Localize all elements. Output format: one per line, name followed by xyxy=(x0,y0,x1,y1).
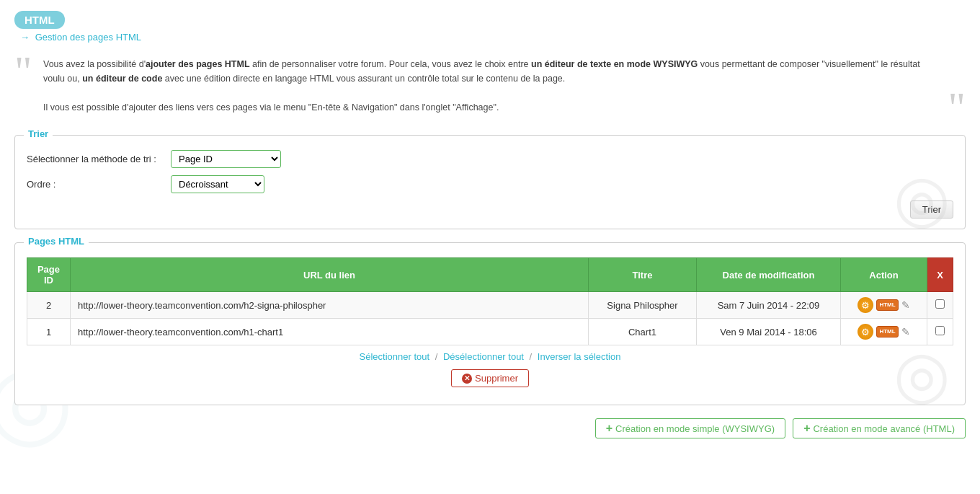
create-simple-button[interactable]: + Création en mode simple (WYSIWYG) xyxy=(595,418,785,438)
cell-action: ⚙ HTML ✎ xyxy=(841,319,927,345)
col-header-title: Titre xyxy=(589,258,697,292)
quote-open-icon: " xyxy=(14,50,32,93)
delete-label: Supprimer xyxy=(475,373,518,384)
cell-title: Chart1 xyxy=(589,319,697,345)
cell-url: http://lower-theory.teamconvention.com/h… xyxy=(71,319,589,345)
delete-row: ✕ Supprimer xyxy=(27,365,953,394)
col-header-x: X xyxy=(927,258,953,292)
x-icon: ✕ xyxy=(462,374,472,384)
sort-method-row: Sélectionner la méthode de tri : Page ID… xyxy=(27,150,953,168)
cell-id: 1 xyxy=(27,319,71,345)
trier-button[interactable]: Trier xyxy=(910,200,953,219)
cell-date: Sam 7 Juin 2014 - 22:09 xyxy=(697,292,841,319)
table-footer: Sélectionner tout / Désélectionner tout … xyxy=(27,345,953,365)
deselect-all-link[interactable]: Désélectionner tout xyxy=(443,351,524,362)
separator-2: / xyxy=(530,351,533,362)
sort-order-row: Ordre : Décroissant Croissant xyxy=(27,175,953,193)
html-badge-icon[interactable]: HTML xyxy=(876,299,898,311)
plus-icon-simple: + xyxy=(606,423,612,434)
cell-title: Signa Philospher xyxy=(589,292,697,319)
pages-table-wrap: PageID URL du lien Titre Date de modific… xyxy=(27,257,953,345)
col-header-action: Action xyxy=(841,258,927,292)
col-header-id: PageID xyxy=(27,258,71,292)
breadcrumb-arrow: → xyxy=(20,32,30,43)
sort-order-select[interactable]: Décroissant Croissant xyxy=(171,175,264,193)
description-block: " Vous avez la possibilité d'ajouter des… xyxy=(14,50,966,122)
cell-url: http://lower-theory.teamconvention.com/h… xyxy=(71,292,589,319)
row-checkbox[interactable] xyxy=(935,299,945,309)
cell-checkbox[interactable] xyxy=(927,292,953,319)
description-text: Vous avez la possibilité d'ajouter des p… xyxy=(43,57,937,115)
col-header-date: Date de modification xyxy=(697,258,841,292)
pages-html-section: Pages HTML PageID URL du lien Titre Date… xyxy=(14,242,966,405)
plus-icon-advanced: + xyxy=(803,423,810,434)
row-checkbox[interactable] xyxy=(935,326,945,335)
breadcrumb-label: Gestion des pages HTML xyxy=(35,32,141,43)
sort-order-label: Ordre : xyxy=(27,179,171,190)
col-header-url: URL du lien xyxy=(71,258,589,292)
pages-html-section-title: Pages HTML xyxy=(24,236,89,247)
gear-icon[interactable]: ⚙ xyxy=(858,297,873,313)
select-all-link[interactable]: Sélectionner tout xyxy=(360,351,430,362)
html-badge-icon[interactable]: HTML xyxy=(876,326,898,338)
create-advanced-button[interactable]: + Création en mode avancé (HTML) xyxy=(793,418,966,438)
delete-button[interactable]: ✕ Supprimer xyxy=(451,369,529,387)
sort-method-select[interactable]: Page ID Titre Date de modification xyxy=(171,150,281,168)
cell-action: ⚙ HTML ✎ xyxy=(841,292,927,319)
cell-checkbox[interactable] xyxy=(927,319,953,345)
cell-date: Ven 9 Mai 2014 - 18:06 xyxy=(697,319,841,345)
cell-id: 2 xyxy=(27,292,71,319)
create-advanced-label: Création en mode avancé (HTML) xyxy=(813,423,955,434)
pages-table: PageID URL du lien Titre Date de modific… xyxy=(27,257,953,345)
invert-selection-link[interactable]: Inverser la sélection xyxy=(538,351,621,362)
breadcrumb: → Gestion des pages HTML xyxy=(20,32,966,43)
create-simple-label: Création en mode simple (WYSIWYG) xyxy=(615,423,775,434)
trier-section-title: Trier xyxy=(24,128,53,139)
quote-close-icon: " xyxy=(948,86,966,129)
separator-1: / xyxy=(435,351,438,362)
trier-section: Trier Sélectionner la méthode de tri : P… xyxy=(14,135,966,229)
gear-icon[interactable]: ⚙ xyxy=(858,324,873,340)
sort-method-label: Sélectionner la méthode de tri : xyxy=(27,154,171,164)
pencil-icon[interactable]: ✎ xyxy=(901,326,910,338)
table-row: 2 http://lower-theory.teamconvention.com… xyxy=(27,292,953,319)
bottom-buttons: + Création en mode simple (WYSIWYG) + Cr… xyxy=(14,418,966,438)
pencil-icon[interactable]: ✎ xyxy=(901,299,910,311)
table-row: 1 http://lower-theory.teamconvention.com… xyxy=(27,319,953,345)
header-title: HTML xyxy=(14,11,65,29)
